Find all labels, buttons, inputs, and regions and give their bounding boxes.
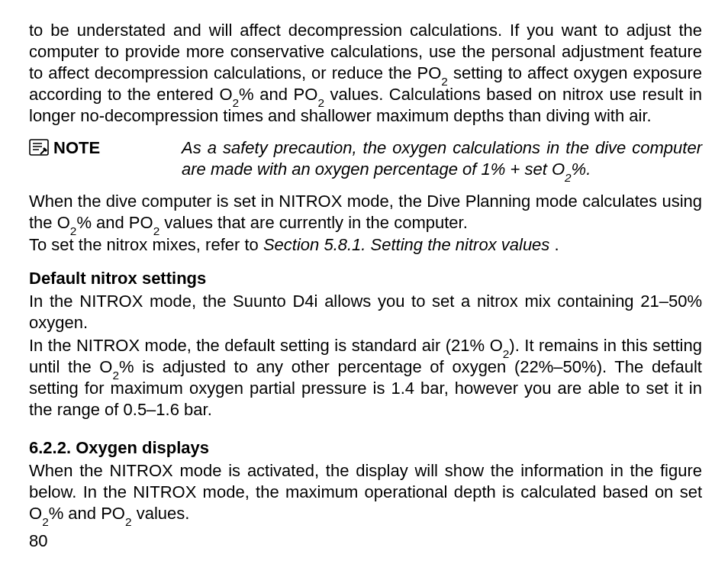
default-nitrox-heading: Default nitrox settings xyxy=(29,268,702,289)
text: In the NITROX mode, the default setting … xyxy=(29,336,503,355)
note-label-text: NOTE xyxy=(53,137,100,159)
svg-rect-0 xyxy=(30,140,48,155)
text: When the NITROX mode is activated, the d… xyxy=(29,461,702,523)
note-body: As a safety precaution, the oxygen calcu… xyxy=(182,137,702,180)
after-note-p2: To set the nitrox mixes, refer to Sectio… xyxy=(29,234,702,256)
subscript-2: 2 xyxy=(503,347,510,360)
note-block: NOTE As a safety precaution, the oxygen … xyxy=(29,137,702,180)
subscript-2: 2 xyxy=(112,369,119,382)
note-label: NOTE xyxy=(29,137,182,180)
subscript-2: 2 xyxy=(153,224,160,237)
text: % and PO xyxy=(239,85,317,104)
oxygen-displays-p1: When the NITROX mode is activated, the d… xyxy=(29,460,702,524)
section-reference: Section 5.8.1. Setting the nitrox values xyxy=(263,235,549,254)
text: %. xyxy=(572,160,591,179)
default-nitrox-p1: In the NITROX mode, the Suunto D4i allow… xyxy=(29,291,702,334)
page-number: 80 xyxy=(29,530,702,552)
text: % is adjusted to any other percentage of… xyxy=(29,357,702,419)
subscript-2: 2 xyxy=(233,96,240,109)
text: values that are currently in the compute… xyxy=(159,213,468,232)
intro-paragraph: to be understated and will affect decomp… xyxy=(29,20,702,127)
note-icon xyxy=(29,139,49,156)
text: % and PO xyxy=(76,213,153,232)
subscript-2: 2 xyxy=(317,96,324,109)
text: values. xyxy=(132,504,190,523)
text: To set the nitrox mixes, refer to xyxy=(29,235,263,254)
text: As a safety precaution, the oxygen calcu… xyxy=(182,138,702,179)
subscript-2: 2 xyxy=(125,515,132,528)
after-note-p1: When the dive computer is set in NITROX … xyxy=(29,191,702,234)
default-nitrox-p2: In the NITROX mode, the default setting … xyxy=(29,335,702,421)
subscript-2: 2 xyxy=(441,75,448,88)
subscript-2: 2 xyxy=(42,515,49,528)
subscript-2: 2 xyxy=(565,171,572,184)
subscript-2: 2 xyxy=(70,224,77,237)
text: . xyxy=(549,235,559,254)
text: % and PO xyxy=(49,504,125,523)
oxygen-displays-heading: 6.2.2. Oxygen displays xyxy=(29,437,702,459)
